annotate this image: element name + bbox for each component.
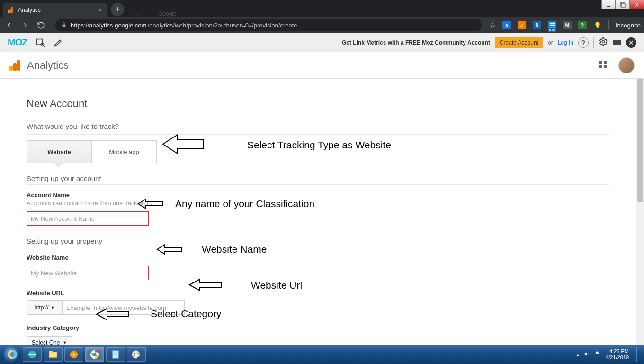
industry-category-label: Industry Category: [27, 324, 636, 331]
arrow-left-icon: [96, 307, 130, 321]
taskbar-app-ie[interactable]: [23, 347, 42, 362]
extension-gmail-icon[interactable]: M: [563, 21, 572, 29]
incognito-indicator: Incognito: [616, 20, 644, 30]
extension-moz-icon[interactable]: ✓: [518, 21, 526, 29]
window-minimize-button[interactable]: [601, 0, 616, 9]
tab-website[interactable]: Website: [27, 141, 91, 163]
taskbar-app-media[interactable]: [64, 347, 83, 362]
user-avatar[interactable]: [618, 57, 635, 73]
bookmark-star-icon[interactable]: ☆: [489, 21, 496, 30]
extension-icon[interactable]: B: [533, 21, 541, 29]
scrollbar[interactable]: [636, 79, 644, 345]
moz-close-icon[interactable]: ✕: [626, 37, 636, 48]
apps-grid-icon[interactable]: [599, 61, 609, 70]
analytics-favicon-icon: [8, 7, 14, 13]
browser-toolbar: https://analytics.google.com/analytics/w…: [0, 17, 644, 33]
section-setup-property: Setting up your property: [27, 237, 636, 245]
annotation-text: Select Category: [151, 308, 221, 319]
svg-rect-20: [49, 351, 53, 353]
svg-point-30: [137, 353, 139, 355]
taskbar-clock[interactable]: 4:25 PM 4/21/2019: [606, 348, 632, 361]
svg-rect-3: [63, 24, 66, 27]
moz-highlight-icon[interactable]: [54, 38, 63, 47]
tray-flag-icon[interactable]: [594, 351, 601, 358]
url-path: /analytics/web/provision/?authuser=0#/pr…: [147, 22, 297, 29]
forward-button[interactable]: [21, 21, 29, 29]
taskbar-date: 4/21/2019: [606, 355, 629, 361]
taskbar-app-notepad[interactable]: [106, 347, 125, 362]
chevron-down-icon: ▼: [51, 305, 55, 310]
taskbar-time: 4:25 PM: [606, 348, 629, 355]
tray-show-hidden-icon[interactable]: ▲: [575, 352, 580, 357]
svg-marker-12: [138, 199, 163, 209]
svg-rect-4: [597, 27, 599, 28]
tracking-type-toggle: Website Mobile app: [27, 140, 157, 163]
annotation-text: Website Name: [202, 244, 267, 255]
address-bar[interactable]: https://analytics.google.com/analytics/w…: [55, 19, 482, 31]
account-name-input[interactable]: [27, 211, 149, 226]
chevron-down-icon: ▼: [63, 340, 67, 345]
moz-create-account-button[interactable]: Create Account: [495, 37, 543, 48]
svg-marker-13: [157, 245, 182, 254]
separator: [593, 37, 594, 48]
page-heading: New Account: [27, 98, 636, 110]
moz-or: or: [548, 39, 553, 46]
analytics-product-label: Analytics: [27, 59, 69, 72]
svg-marker-15: [97, 309, 129, 320]
start-button[interactable]: [4, 346, 21, 363]
arrow-left-icon: [137, 198, 164, 209]
moz-settings-icon[interactable]: [599, 37, 608, 48]
website-name-input[interactable]: [27, 266, 149, 280]
window-close-button[interactable]: X: [630, 0, 644, 9]
account-name-hint: Accounts can contain more than one track…: [27, 200, 636, 207]
moz-minimize-icon[interactable]: [613, 40, 621, 45]
taskbar-app-paint[interactable]: [127, 347, 146, 362]
taskbar-app-explorer[interactable]: [44, 347, 63, 362]
show-desktop-button[interactable]: [636, 347, 640, 362]
extension-icon[interactable]: a: [502, 21, 511, 29]
taskbar-app-chrome[interactable]: [85, 347, 104, 362]
tray-volume-icon[interactable]: [584, 351, 590, 358]
tab-mobile-app[interactable]: Mobile app: [91, 141, 156, 163]
analytics-logo-icon: [9, 60, 20, 71]
window-maximize-button[interactable]: [616, 0, 630, 9]
new-tab-button[interactable]: +: [111, 3, 124, 16]
reload-button[interactable]: [37, 21, 45, 29]
url-host: https://analytics.google.com: [71, 22, 146, 29]
extension-bulb-icon[interactable]: [593, 21, 602, 29]
moz-inspect-icon[interactable]: [36, 38, 45, 47]
separator: [72, 37, 72, 48]
divider: [27, 247, 609, 247]
divider: [27, 184, 609, 185]
annotation-text: Select Tracking Type as Website: [247, 139, 391, 151]
back-button[interactable]: [5, 21, 13, 29]
moz-message: Get Link Metrics with a FREE Moz Communi…: [342, 39, 490, 46]
moz-login-link[interactable]: Log In: [558, 39, 573, 46]
industry-category-select[interactable]: Select One▼: [27, 336, 72, 345]
moz-toolbar: MOZ Get Link Metrics with a FREE Moz Com…: [0, 33, 644, 52]
arrow-left-icon: [188, 278, 223, 292]
moz-help-icon[interactable]: ?: [578, 37, 589, 48]
svg-rect-2: [621, 3, 625, 7]
annotation-text: Any name of your Classification: [175, 198, 314, 209]
content-area: New Account What would you like to track…: [0, 79, 636, 345]
section-setup-account: Setting up your account: [27, 174, 636, 182]
account-name-label: Account Name: [27, 191, 636, 199]
annotation-text: Website Url: [251, 280, 302, 291]
svg-point-28: [134, 353, 135, 355]
browser-tab-active[interactable]: Analytics ×: [3, 3, 107, 17]
svg-line-9: [44, 46, 45, 47]
website-name-label: Website Name: [27, 254, 636, 261]
tab-close-icon[interactable]: ×: [98, 7, 102, 13]
incognito-label: Incognito: [616, 22, 641, 29]
svg-point-29: [136, 352, 137, 353]
scrollbar-thumb[interactable]: [637, 79, 643, 202]
extension-seo-icon[interactable]: 5.01: [548, 21, 556, 29]
protocol-select[interactable]: http://▼: [27, 300, 63, 315]
svg-marker-11: [163, 135, 204, 154]
background-tabs: … Google: [134, 10, 177, 17]
extension-icon[interactable]: ?: [578, 21, 587, 29]
lock-icon: [61, 22, 67, 29]
track-question: What would you like to track?: [27, 122, 636, 130]
divider: [27, 134, 609, 135]
